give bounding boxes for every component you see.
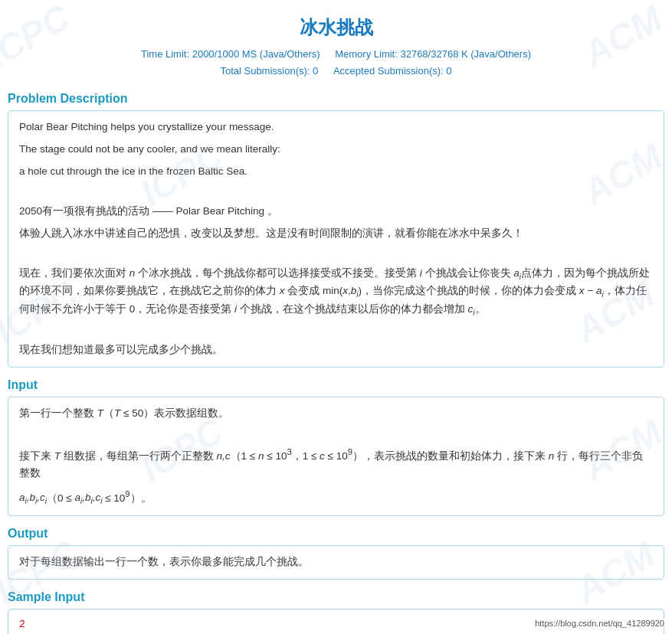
prob-line-3: a hole cut through the ice in the frozen… <box>19 163 653 181</box>
page-container: 冰水挑战 Time Limit: 2000/1000 MS (Java/Othe… <box>0 0 672 634</box>
time-limit: Time Limit: 2000/1000 MS (Java/Others) <box>141 46 320 63</box>
input-line-1: 第一行一个整数 T（T ≤ 50）表示数据组数。 <box>19 405 653 423</box>
output-box: 对于每组数据输出一行一个数，表示你最多能完成几个挑战。 <box>8 545 664 580</box>
memory-limit: Memory Limit: 32768/32768 K (Java/Others… <box>335 46 531 63</box>
total-submissions: Total Submission(s): 0 <box>220 63 318 80</box>
problem-description-box: Polar Bear Pitching helps you crystalliz… <box>8 110 664 368</box>
prob-line-7: 现在我们想知道最多可以完成多少个挑战。 <box>19 342 653 359</box>
page-title: 冰水挑战 <box>8 8 664 40</box>
input-title: Input <box>8 378 664 392</box>
sample-input-title: Sample Input <box>8 590 664 604</box>
problem-description-title: Problem Description <box>8 92 664 106</box>
input-box: 第一行一个整数 T（T ≤ 50）表示数据组数。 接下来 T 组数据，每组第一行… <box>8 397 664 516</box>
output-line-1: 对于每组数据输出一行一个数，表示你最多能完成几个挑战。 <box>19 554 653 571</box>
prob-line-4: 2050有一项很有挑战的活动 —— Polar Bear Pitching 。 <box>19 203 653 221</box>
prob-line-1: Polar Bear Pitching helps you crystalliz… <box>19 119 653 136</box>
accepted-submissions: Accepted Submission(s): 0 <box>333 63 452 80</box>
input-line-3: ai,bi,ci（0 ≤ ai,bi,ci ≤ 109）。 <box>19 487 653 508</box>
footer-url: https://blog.csdn.net/qq_41289920 <box>535 619 664 628</box>
prob-line-6: 现在，我们要依次面对 n 个冰水挑战，每个挑战你都可以选择接受或不接受。接受第 … <box>19 265 653 319</box>
meta-info: Time Limit: 2000/1000 MS (Java/Others) M… <box>8 46 664 80</box>
prob-line-2: The stage could not be any cooler, and w… <box>19 141 653 158</box>
output-title: Output <box>8 527 664 541</box>
prob-line-5: 体验人跳入冰水中讲述自己的恐惧，改变以及梦想。这是没有时间限制的演讲，就看你能在… <box>19 225 653 243</box>
input-line-2: 接下来 T 组数据，每组第一行两个正整数 n,c（1 ≤ n ≤ 103，1 ≤… <box>19 445 653 482</box>
